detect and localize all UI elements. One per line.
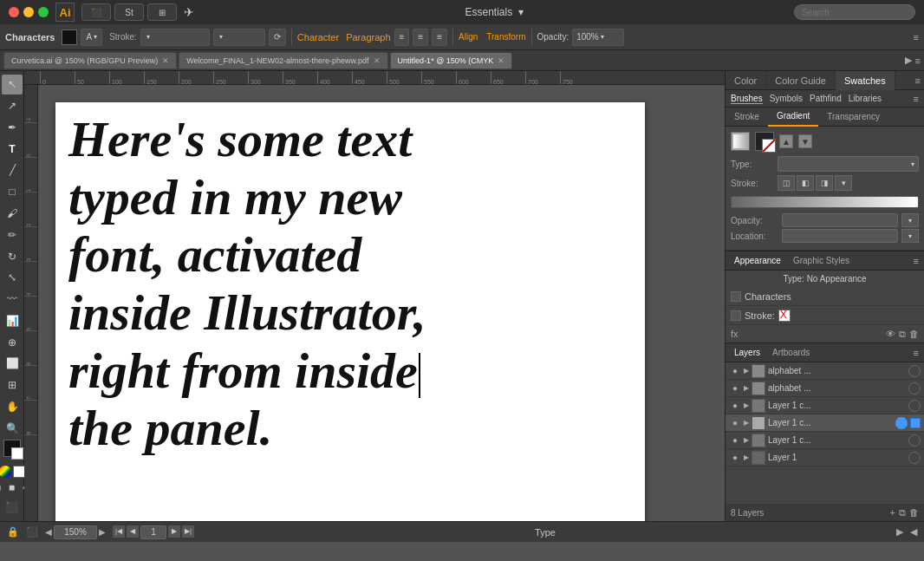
draw-behind-icon[interactable]: ◼ [6, 481, 18, 493]
layer-row-3[interactable]: ● ▶ Layer 1 c... [726, 414, 924, 432]
stroke-dropdown[interactable]: ▾ [140, 29, 210, 46]
zoom-next-arrow[interactable]: ▶ [99, 527, 106, 537]
color-mode-icon[interactable] [0, 466, 11, 478]
line-tool[interactable]: ╱ [2, 160, 23, 180]
sub-tab-gradient[interactable]: Gradient [768, 108, 818, 127]
stroke-color-box[interactable] [11, 447, 23, 460]
arrow-icon[interactable]: ▲ [779, 134, 793, 148]
brushes-tab[interactable]: Brushes [731, 94, 763, 104]
select-tool[interactable]: ↖ [2, 75, 23, 95]
layer-row-5[interactable]: ● ▶ Layer 1 [726, 449, 924, 466]
zoom-prev-arrow[interactable]: ◀ [45, 527, 52, 537]
layer-row-1[interactable]: ● ▶ alphabet ... [726, 380, 924, 397]
layer-5-circle[interactable] [908, 452, 921, 464]
tab-0[interactable]: Curvetica.ai @ 150% (RGB/GPU Preview) ✕ [3, 52, 177, 69]
type-tool[interactable]: T [2, 139, 23, 159]
page-last-btn[interactable]: ▶| [182, 525, 194, 538]
search-input[interactable] [794, 4, 915, 20]
status-right-arrow[interactable]: ▶ [896, 526, 903, 538]
tab-1[interactable]: Welcome_FINAL_1-NEW02-almost-there-pheww… [179, 52, 387, 69]
layer-row-4[interactable]: ● ▶ Layer 1 c... [726, 432, 924, 449]
rotate-tool[interactable]: ↻ [2, 246, 23, 266]
canvas-scroll[interactable]: Here's some texttyped in my newfont, act… [38, 85, 725, 521]
appearance-eye-icon[interactable]: 👁 [886, 329, 895, 340]
brushes-panel-menu[interactable]: ≡ [914, 94, 919, 104]
none-swatch[interactable] [13, 466, 25, 478]
layer-5-eye[interactable]: ● [729, 452, 741, 464]
stroke-option-3[interactable]: ◨ [816, 175, 833, 191]
gradient-preview[interactable] [731, 132, 750, 151]
characters-row[interactable]: Characters [726, 287, 924, 306]
libraries-tab[interactable]: Libraries [849, 94, 882, 103]
artboard-tool[interactable]: ⬜ [2, 354, 23, 374]
panel-tab-color-guide[interactable]: Color Guide [766, 71, 836, 90]
appearance-tab[interactable]: Appearance [731, 256, 784, 265]
symbols-tab[interactable]: Symbols [770, 94, 803, 103]
layer-2-arrow[interactable]: ▶ [744, 401, 749, 409]
font-size-dropdown[interactable]: ▾ [213, 29, 265, 46]
rect-tool[interactable]: □ [2, 182, 23, 202]
tab-2[interactable]: Untitled-1* @ 150% (CMYK ✕ [390, 52, 513, 69]
nav-grid-button[interactable]: ⊞ [147, 3, 177, 21]
layer-2-circle[interactable] [908, 400, 921, 412]
status-end-arrow[interactable]: ◀ [910, 526, 917, 538]
hand-tool[interactable]: ✋ [2, 396, 23, 416]
tabs-menu-icon[interactable]: ≡ [915, 55, 921, 66]
status-artboard-icon[interactable]: ⬛ [26, 526, 38, 538]
artboards-tab[interactable]: Artboards [769, 348, 813, 357]
layers-panel-menu[interactable]: ≡ [914, 348, 919, 358]
sub-tab-transparency[interactable]: Transparency [818, 108, 888, 127]
fx-icon[interactable]: fx [731, 329, 739, 339]
opacity-input[interactable] [782, 213, 898, 227]
layer-4-circle[interactable] [908, 434, 921, 447]
draw-normal-icon[interactable]: ◻ [0, 481, 4, 493]
sub-tab-stroke[interactable]: Stroke [726, 108, 768, 127]
layer-5-arrow[interactable]: ▶ [744, 453, 749, 461]
stroke-option-2[interactable]: ◧ [797, 175, 814, 191]
layer-row-2[interactable]: ● ▶ Layer 1 c... [726, 397, 924, 414]
font-style-btn[interactable]: A ▾ [81, 29, 102, 46]
stroke-row[interactable]: Stroke: [726, 306, 924, 325]
stroke-checkbox[interactable] [731, 310, 741, 321]
status-lock-icon[interactable]: 🔒 [7, 526, 19, 538]
symbol-tool[interactable]: ⊕ [2, 332, 23, 352]
characters-checkbox[interactable] [731, 291, 741, 302]
character-link[interactable]: Character [297, 32, 339, 42]
pencil-tool[interactable]: ✏ [2, 225, 23, 245]
refresh-btn[interactable]: ⟳ [269, 29, 286, 46]
layer-1-eye[interactable]: ● [729, 382, 741, 395]
tab-close-1[interactable]: ✕ [374, 56, 381, 65]
page-num-input[interactable] [140, 525, 166, 539]
stroke-option-1[interactable]: ◫ [778, 175, 795, 191]
appearance-panel-menu[interactable]: ≡ [914, 256, 919, 266]
scale-tool[interactable]: ⤡ [2, 268, 23, 288]
layer-0-eye[interactable]: ● [729, 365, 741, 377]
layer-4-arrow[interactable]: ▶ [744, 436, 749, 444]
nav-prev-button[interactable]: ⬛ [81, 3, 111, 21]
layer-3-circle[interactable] [895, 417, 908, 429]
close-button[interactable] [9, 7, 19, 17]
layer-1-circle[interactable] [908, 382, 921, 395]
graph-tool[interactable]: 📊 [2, 310, 23, 330]
zoom-tool[interactable]: 🔍 [2, 418, 23, 438]
layer-1-arrow[interactable]: ▶ [744, 384, 749, 392]
align-center-btn[interactable]: ≡ [413, 29, 428, 46]
stroke-appearance-swatch[interactable] [778, 310, 791, 322]
appearance-copy-icon[interactable]: ⧉ [899, 329, 906, 340]
minimize-button[interactable] [23, 7, 34, 17]
layer-0-arrow[interactable]: ▶ [744, 367, 749, 375]
page-first-btn[interactable]: |◀ [113, 525, 125, 538]
layer-3-eye[interactable]: ● [729, 417, 741, 429]
arrow-down-icon[interactable]: ▼ [798, 134, 812, 148]
pen-tool[interactable]: ✒ [2, 118, 23, 138]
panel-tab-swatches[interactable]: Swatches [836, 71, 895, 90]
gradient-bar[interactable] [731, 196, 919, 208]
layers-add-icon[interactable]: + [890, 507, 895, 519]
warp-tool[interactable]: 〰 [2, 290, 23, 310]
artboard[interactable]: Here's some texttyped in my newfont, act… [55, 102, 645, 521]
layer-0-circle[interactable] [908, 365, 921, 377]
change-screen-mode-icon[interactable]: ⬛ [2, 497, 23, 518]
fill-swatch[interactable] [62, 29, 77, 45]
brush-tool[interactable]: 🖌 [2, 204, 23, 224]
maximize-button[interactable] [38, 7, 49, 17]
